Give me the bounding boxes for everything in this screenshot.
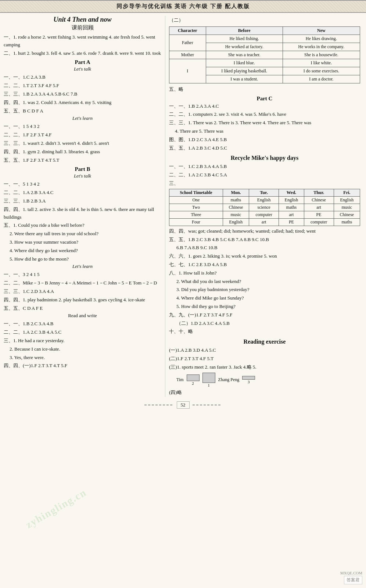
partA-er2: 二、二、1.F 2.F 3.T 4.F <box>4 131 161 139</box>
timetable: School Timetable Mon. Tue. Wed. Thur. Fr… <box>169 189 360 226</box>
er-label-right: （二） <box>169 17 360 24</box>
tim-label: Tim <box>176 377 184 383</box>
tt-two-mon: Chinese <box>223 204 249 211</box>
tt-row-three: Three music computer art PE Chinese <box>169 211 360 218</box>
character-table: Character Before New Father He liked fis… <box>169 26 360 83</box>
tt-four: Four <box>169 218 223 226</box>
tt-four-wed: PE <box>279 218 304 226</box>
tt-four-tue: art <box>249 218 279 226</box>
partC-title: Part C <box>169 96 360 102</box>
partB-yi2: 一、一、3 2 4 1 5 <box>4 271 161 279</box>
recycle-liu: 六、六、1. goes 2. hiking 3. is; work 4. pro… <box>169 252 360 260</box>
er-answers: 1. hurt 2. bought 3. fell 4. saw 5. ate … <box>13 50 161 56</box>
right-column: （二） Character Before New Father He liked… <box>165 16 360 397</box>
section-yi: 一、1. rode a horse 2. went fishing 3. wen… <box>4 33 161 49</box>
tt-two-wed: maths <box>279 204 304 211</box>
unit-title: Unit 4 Then and now <box>4 16 161 24</box>
website-stamp2: MXQE.COM <box>340 571 362 575</box>
table-row-i-1: I I liked blue. I like white. <box>169 59 360 67</box>
rw-san-3: 3. Yes, there were. <box>4 354 161 362</box>
tt-one-wed: English <box>279 196 304 204</box>
father-new-1: He likes drawing. <box>283 35 360 43</box>
tt-three-wed: art <box>279 211 304 218</box>
recycle-jiu2: （二）1.D 2.A 3.C 4.A 5.B <box>169 320 360 327</box>
bar-tim <box>187 374 200 381</box>
i-new-1: I like white. <box>283 59 360 67</box>
wu-lue: 五、略 <box>169 86 360 93</box>
deco-line-left <box>144 405 174 405</box>
left-column: Unit 4 Then and now 课前回顾 一、1. rode a hor… <box>4 16 165 397</box>
section-cn-title: 课前回顾 <box>4 24 161 31</box>
tt-three-thur: PE <box>304 211 334 218</box>
col-new: New <box>283 26 360 35</box>
tt-row-one: One maths English English Chinese Englis… <box>169 196 360 204</box>
recycle-yi: 一、一、1.C 2.B 3.A 4.A 5.B <box>169 163 360 171</box>
partB-san2: 三、三、1.C 2.D 3.A 4.A <box>4 288 161 295</box>
zhangpeng-val: 3 <box>248 380 250 384</box>
father-cell: Father <box>169 35 206 51</box>
recycle-title: Recycle Mike's happy days <box>169 155 360 161</box>
partA-wu: 五、五、B C D F A <box>4 107 161 115</box>
partB-si: 四、四、1. tall 2. active 3. she is old 4. h… <box>4 206 161 221</box>
i-before-2: I liked playing basketball. <box>206 67 283 75</box>
tt-thur: Thur. <box>304 189 334 196</box>
tt-two: Two <box>169 204 223 211</box>
tt-two-tue: science <box>249 204 279 211</box>
partA-title: Part A <box>4 59 161 65</box>
rw-san-1: 三、1. He had a race yesterday. <box>4 337 161 345</box>
partB-wu-4: 4. Where did they go last weekend? <box>4 247 161 255</box>
partC-si-extra: 4. There are 5. There was <box>169 128 360 135</box>
tim-val: 2 <box>192 381 194 386</box>
tt-wed: Wed. <box>279 189 304 196</box>
partA-san: 三、三、1.B 2.A 3.A 4.A 5.B 6.C 7.B <box>4 90 161 98</box>
reading-diagram: Tim 2 1 Zhang Peng 3 <box>176 373 360 387</box>
tt-four-fri: maths <box>334 218 360 226</box>
i-before-3: I was a student. <box>206 75 283 83</box>
tt-fri: Fri. <box>334 189 360 196</box>
partB-wu-5: 5. How did he go to the moon? <box>4 255 161 263</box>
partA-san2: 三、三、1. wasn't 2. didn't 3. weren't 4. di… <box>4 140 161 147</box>
tt-mon: Mon. <box>223 189 249 196</box>
recycle-ba-1: 八、1. How tall is John? <box>169 269 360 277</box>
i-before-1: I liked blue. <box>206 59 283 67</box>
partB-san: 三、三、1.B 2.B 3.A <box>4 197 161 205</box>
recycle-wu: 五、五、1.B 2.C 3.B 4.B 5.C 6.B 7.A 8.B 9.C … <box>169 236 360 244</box>
tt-tue: Tue. <box>249 189 279 196</box>
mother-cell: Mother <box>169 51 206 59</box>
partA-subtitle2: Let's learn <box>4 115 161 121</box>
partA-yi2: 一、一、1 5 4 3 2 <box>4 123 161 130</box>
reading-yi: (一)1.A 2.B 3.D 4.A 5.C <box>169 347 360 354</box>
i-new-3: I am a doctor. <box>283 75 360 83</box>
partA-si: 四、四、1. was 2. Could 3. Americans 4. my 5… <box>4 99 161 107</box>
recycle-ba-2: 2. What did you do last weekend? <box>169 278 360 286</box>
recycle-qi: 七、七、1.C 2.E 3.D 4.A 5.B <box>169 261 360 269</box>
header-banner: 同步导学与优化训练 英语 六年级 下册 配人教版 <box>0 0 366 13</box>
mother-before: She was a teacher. <box>206 51 283 59</box>
main-content: Unit 4 Then and now 课前回顾 一、1. rode a hor… <box>0 16 366 397</box>
tt-row-four: Four English art PE computer maths <box>169 218 360 226</box>
rw-san-2: 2. Because I can ice-skate. <box>4 345 161 353</box>
partB-title: Part B <box>4 166 161 172</box>
partA-subtitle1: Let's talk <box>4 66 161 72</box>
col-before: Before <box>206 26 283 35</box>
tt-three-tue: computer <box>249 211 279 218</box>
watermark: zyhingling.cn <box>24 487 89 531</box>
reading-san: (三)1. sports meet 2. ran faster 3. Jack … <box>169 363 360 371</box>
partC-er: 二、二、1. computers 2. see 3. visit 4. was … <box>169 111 360 118</box>
yi-answers: 1. rode a horse 2. went fishing 3. went … <box>4 34 155 47</box>
tt-three-mon: music <box>223 211 249 218</box>
partC-wu: 五、五、1.A 2.B 3.C 4.D 5.C <box>169 144 360 152</box>
partB-wu-2: 2. Were there any tall trees in your old… <box>4 230 161 238</box>
one-val: 1 <box>208 383 210 387</box>
zhangpeng-label: Zhang Peng <box>218 377 240 383</box>
partB-subtitle2: Let's learn <box>4 263 161 269</box>
i-new-2: I do some exercises. <box>283 67 360 75</box>
reading-er: (二)1.F 2.T 3.T 4.F 5.T <box>169 355 360 363</box>
header-title: 同步导学与优化训练 英语 六年级 下册 配人教版 <box>116 3 250 9</box>
tt-four-thur: computer <box>304 218 334 226</box>
partB-wu-3: 3. How was your summer vacation? <box>4 239 161 246</box>
reading-si: (四)略 <box>169 389 360 397</box>
partC-yi: 一、一、1.B 2.A 3.A 4.C <box>169 103 360 110</box>
website-stamp1: 答案君 <box>344 576 362 584</box>
recycle-si: 四、四、was; got; cleaned; did; homework; wa… <box>169 227 360 235</box>
